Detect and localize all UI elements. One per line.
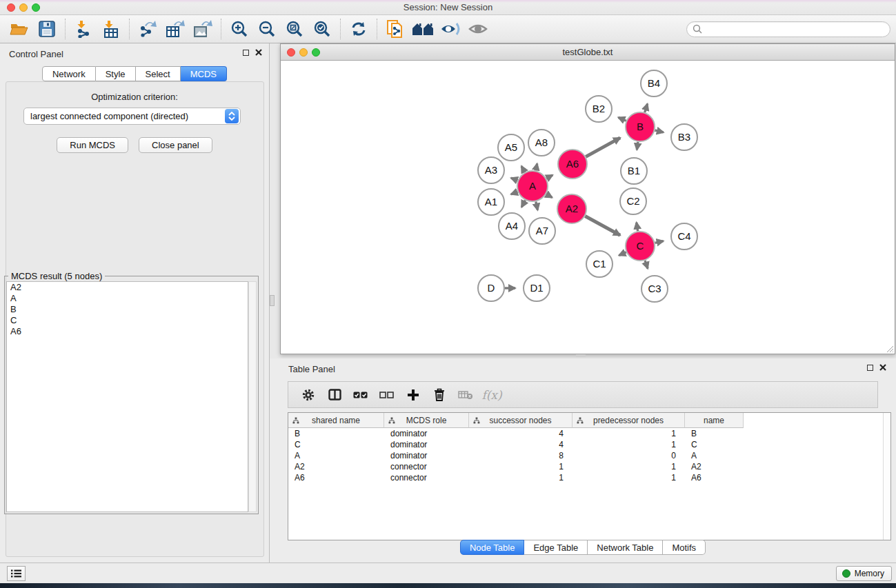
show-graphics-button[interactable] bbox=[464, 17, 492, 41]
split-divider-handle[interactable] bbox=[270, 295, 275, 306]
tab-edge-table[interactable]: Edge Table bbox=[524, 540, 588, 555]
table-row[interactable]: Bdominator41B bbox=[288, 428, 890, 439]
column-header-name[interactable]: name bbox=[685, 413, 744, 428]
node-A1[interactable]: A1 bbox=[478, 189, 504, 215]
edge-A-A5[interactable] bbox=[521, 166, 525, 172]
tab-mcds[interactable]: MCDS bbox=[181, 66, 227, 81]
node-A4[interactable]: A4 bbox=[499, 213, 525, 239]
edge-B-B3[interactable] bbox=[655, 130, 663, 132]
float-panel-icon[interactable] bbox=[243, 50, 249, 56]
table-row[interactable]: Adominator80A bbox=[288, 450, 890, 461]
zoom-in-button[interactable] bbox=[226, 17, 253, 41]
network-canvas[interactable]: B4B2BB3A8A5A6A3B1AC2A1A2A4A7C4CC1C3DD1 bbox=[281, 61, 895, 354]
tab-select[interactable]: Select bbox=[136, 66, 181, 81]
search-input[interactable] bbox=[702, 24, 884, 34]
task-history-button[interactable] bbox=[7, 566, 26, 581]
node-A7[interactable]: A7 bbox=[529, 218, 555, 244]
table-row[interactable]: Cdominator41C bbox=[288, 439, 890, 450]
edge-A-A7[interactable] bbox=[536, 201, 538, 210]
result-item[interactable]: A6 bbox=[7, 326, 248, 337]
table-row[interactable]: A6connector11A6 bbox=[288, 472, 890, 483]
node-C4[interactable]: C4 bbox=[671, 223, 697, 250]
node-C2[interactable]: C2 bbox=[620, 188, 646, 214]
export-network-button[interactable] bbox=[134, 17, 161, 41]
mcds-result-list[interactable]: A2ABCA6 bbox=[6, 281, 248, 512]
node-A8[interactable]: A8 bbox=[528, 130, 555, 156]
export-table-button[interactable] bbox=[161, 17, 189, 41]
float-table-panel-icon[interactable] bbox=[867, 365, 873, 371]
node-A[interactable]: A bbox=[517, 171, 548, 201]
import-table-button[interactable] bbox=[97, 17, 125, 41]
tab-motifs[interactable]: Motifs bbox=[663, 540, 706, 555]
tab-network-table[interactable]: Network Table bbox=[588, 540, 663, 555]
node-B[interactable]: B bbox=[626, 112, 655, 141]
edge-A-A3[interactable] bbox=[511, 178, 518, 181]
tab-network[interactable]: Network bbox=[42, 66, 96, 81]
node-D1[interactable]: D1 bbox=[524, 275, 550, 301]
search-field[interactable] bbox=[686, 21, 890, 37]
export-image-button[interactable] bbox=[189, 17, 217, 41]
edge-A-A2[interactable] bbox=[546, 194, 552, 198]
zoom-fit-button[interactable] bbox=[281, 17, 308, 41]
zoom-selected-button[interactable] bbox=[308, 17, 336, 41]
result-item[interactable]: C bbox=[7, 315, 248, 326]
node-B2[interactable]: B2 bbox=[586, 96, 612, 122]
edge-B-B2[interactable] bbox=[618, 117, 626, 121]
close-panel-button[interactable]: Close panel bbox=[139, 137, 212, 153]
result-item[interactable]: B bbox=[7, 304, 248, 315]
table-scrollbar[interactable] bbox=[883, 413, 890, 540]
node-B3[interactable]: B3 bbox=[671, 124, 697, 150]
node-A3[interactable]: A3 bbox=[478, 157, 504, 183]
node-B4[interactable]: B4 bbox=[641, 70, 667, 97]
clone-network-button[interactable] bbox=[381, 17, 409, 41]
node-C[interactable]: C bbox=[626, 232, 655, 261]
horizontal-divider-handle[interactable] bbox=[576, 354, 586, 357]
save-session-button[interactable] bbox=[33, 17, 61, 41]
delete-table-button[interactable] bbox=[452, 384, 479, 406]
node-D[interactable]: D bbox=[478, 275, 504, 301]
column-header-successor-nodes[interactable]: successor nodes bbox=[469, 413, 573, 428]
result-scrollbar[interactable] bbox=[248, 281, 257, 512]
edge-A-A8[interactable] bbox=[536, 163, 537, 170]
node-A6[interactable]: A6 bbox=[558, 150, 587, 179]
open-session-button[interactable] bbox=[6, 17, 33, 41]
edge-C-C1[interactable] bbox=[619, 252, 626, 256]
zoom-out-button[interactable] bbox=[253, 17, 281, 41]
edge-A2-C[interactable] bbox=[585, 216, 620, 236]
resize-grip-icon[interactable] bbox=[886, 345, 894, 353]
node-C3[interactable]: C3 bbox=[641, 276, 668, 302]
column-header-predecessor-nodes[interactable]: predecessor nodes bbox=[573, 413, 685, 428]
node-B1[interactable]: B1 bbox=[621, 158, 647, 184]
edge-A6-B[interactable] bbox=[586, 138, 620, 156]
hide-graphics-button[interactable] bbox=[437, 17, 464, 41]
show-columns-button[interactable] bbox=[321, 384, 348, 406]
node-A2[interactable]: A2 bbox=[557, 194, 586, 223]
network-graph[interactable]: B4B2BB3A8A5A6A3B1AC2A1A2A4A7C4CC1C3DD1 bbox=[281, 61, 895, 354]
home-layout-button[interactable] bbox=[409, 17, 437, 41]
node-C1[interactable]: C1 bbox=[586, 251, 613, 277]
table-settings-button[interactable] bbox=[295, 384, 321, 406]
column-header-shared-name[interactable]: shared name bbox=[288, 413, 384, 428]
tab-style[interactable]: Style bbox=[96, 66, 136, 81]
run-mcds-button[interactable]: Run MCDS bbox=[57, 137, 128, 153]
memory-button[interactable]: Memory bbox=[836, 566, 892, 581]
add-column-button[interactable] bbox=[400, 384, 426, 406]
tab-node-table[interactable]: Node Table bbox=[460, 540, 525, 555]
edge-C-C4[interactable] bbox=[655, 241, 663, 243]
result-item[interactable]: A bbox=[7, 293, 248, 304]
edge-C-C2[interactable] bbox=[637, 223, 638, 232]
table-row[interactable]: A2connector11A2 bbox=[288, 461, 890, 472]
result-item[interactable]: A2 bbox=[7, 282, 248, 293]
function-builder-button[interactable]: f(x) bbox=[479, 384, 505, 406]
edge-A-A4[interactable] bbox=[521, 200, 525, 207]
network-window-titlebar[interactable]: testGlobe.txt bbox=[281, 44, 895, 61]
column-header-mcds-role[interactable]: MCDS role bbox=[384, 413, 469, 428]
deselect-all-button[interactable] bbox=[374, 384, 400, 406]
close-table-panel-icon[interactable] bbox=[879, 364, 886, 371]
refresh-button[interactable] bbox=[345, 17, 372, 41]
edge-B-B1[interactable] bbox=[637, 142, 638, 150]
edge-A-A6[interactable] bbox=[546, 175, 552, 179]
edge-C-C3[interactable] bbox=[645, 261, 648, 269]
close-panel-icon[interactable] bbox=[255, 49, 262, 56]
edge-A-A1[interactable] bbox=[511, 192, 518, 194]
